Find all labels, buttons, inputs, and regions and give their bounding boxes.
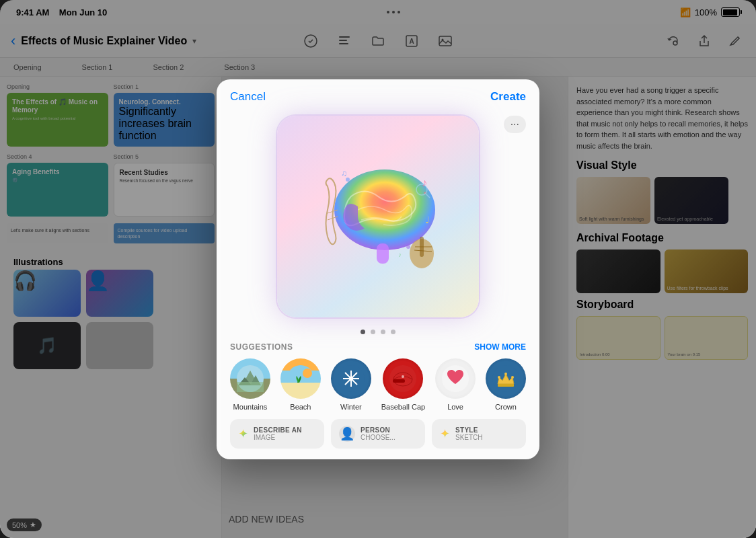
beach-icon [280,358,321,399]
style-btn-content: STYLE SKETCH [455,426,483,441]
person-choose-button[interactable]: 👤 PERSON CHOOSE... [331,419,425,449]
style-icon: ✦ [440,426,450,441]
more-options-button[interactable]: ··· [504,116,526,133]
svg-point-19 [406,245,410,249]
ai-image-preview: ♪ ♫ ♩ ♪ [277,116,479,317]
suggestion-mountains[interactable]: Mountains [230,358,270,411]
cancel-button[interactable]: Cancel [230,90,266,104]
svg-rect-46 [498,384,514,387]
winter-svg [338,365,365,392]
baseball-cap-label: Baseball Cap [381,403,425,411]
modal-actions: ✦ DESCRIBE AN IMAGE 👤 PERSON CHOOSE... ✦ [217,419,539,459]
image-generation-modal: Cancel Create ··· [217,79,539,459]
person-icon: 👤 [339,426,355,442]
create-button[interactable]: Create [490,90,526,104]
baseball-icon [383,358,423,399]
crown-label: Crown [495,403,517,411]
svg-point-47 [498,376,500,379]
person-btn-content: PERSON CHOOSE... [361,426,395,441]
winter-icon [331,358,371,399]
svg-point-49 [511,376,514,379]
svg-rect-42 [393,379,405,383]
dot-indicator-3[interactable] [381,330,385,334]
suggestion-love[interactable]: Love [435,358,476,411]
describe-label: DESCRIBE AN [254,426,302,434]
suggestions-label: SUGGESTIONS [230,342,293,352]
dot-indicator-2[interactable] [371,330,375,334]
person-sub: CHOOSE... [361,434,395,441]
mountains-icon [230,358,270,399]
suggestion-crown[interactable]: Crown [486,358,526,411]
svg-rect-32 [287,383,314,392]
svg-text:♪: ♪ [398,251,402,258]
dot-indicator-4[interactable] [391,330,395,334]
crown-svg [492,365,519,392]
svg-text:♩: ♩ [425,215,430,225]
style-label: STYLE [455,426,483,434]
svg-text:♫: ♫ [341,169,347,178]
describe-image-button[interactable]: ✦ DESCRIBE AN IMAGE [230,419,324,449]
suggestions-header: SUGGESTIONS SHOW MORE [217,337,539,356]
modal-image-area: ··· [217,109,539,324]
sparkle-icon: ✦ [238,426,248,441]
beach-svg [287,365,314,392]
suggestion-winter[interactable]: Winter [331,358,371,411]
love-icon [435,358,476,399]
svg-point-48 [504,373,507,375]
crown-icon [486,358,526,399]
describe-sub: IMAGE [254,434,302,441]
person-label: PERSON [361,426,395,434]
show-more-button[interactable]: SHOW MORE [474,342,526,352]
style-sub: SKETCH [455,434,483,441]
dots-indicator [217,324,539,337]
suggestion-beach[interactable]: Beach [280,358,321,411]
style-button[interactable]: ✦ STYLE SKETCH [432,419,526,449]
ipad-frame: 9:41 AM Mon Jun 10 📶 100% ‹ Effects of M… [0,0,756,538]
describe-btn-content: DESCRIBE AN IMAGE [254,426,302,441]
mountains-svg [237,365,264,392]
svg-point-17 [346,178,350,182]
suggestion-baseball-cap[interactable]: Baseball Cap [381,358,425,411]
suggestions-row: Mountains Beach [217,356,539,419]
svg-point-43 [402,375,404,378]
svg-rect-30 [237,382,264,392]
love-label: Love [447,403,463,411]
svg-rect-10 [377,243,389,264]
baseball-svg [389,365,416,392]
svg-point-39 [349,377,353,381]
love-svg [442,365,469,392]
beach-label: Beach [290,403,311,411]
modal-overlay: Cancel Create ··· [0,0,756,538]
svg-point-33 [303,369,312,378]
modal-header: Cancel Create [217,79,539,109]
mountains-label: Mountains [233,403,268,411]
brain-illustration: ♪ ♫ ♩ ♪ [291,129,465,304]
dot-indicator-1[interactable] [361,330,365,334]
winter-label: Winter [340,403,362,411]
